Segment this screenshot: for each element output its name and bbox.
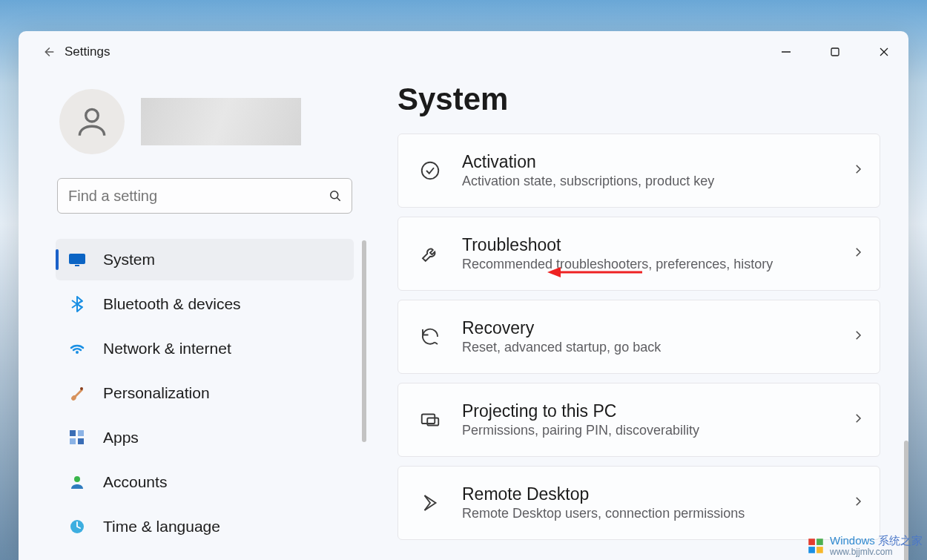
search-input[interactable] (58, 188, 319, 205)
card-subtitle: Activation state, subscriptions, product… (462, 174, 832, 189)
svg-rect-8 (75, 265, 79, 266)
svg-point-4 (86, 109, 99, 122)
card-text: Projecting to this PC Permissions, pairi… (462, 401, 832, 438)
project-icon (418, 407, 443, 432)
sidebar-item-system[interactable]: System (56, 239, 354, 280)
window-body: System Bluetooth & devices Network & int… (19, 73, 908, 560)
chevron-right-icon (851, 412, 865, 428)
sidebar-item-label: Apps (103, 429, 139, 447)
chevron-right-icon (851, 495, 865, 511)
sidebar-item-label: Bluetooth & devices (103, 295, 241, 313)
clock-icon (67, 517, 87, 536)
back-button[interactable] (32, 36, 65, 68)
svg-rect-7 (69, 254, 85, 264)
minimize-button[interactable] (762, 36, 811, 68)
sidebar-nav: System Bluetooth & devices Network & int… (19, 239, 356, 547)
remote-icon (418, 490, 443, 515)
arrow-left-icon (40, 44, 56, 60)
sidebar-item-personalization[interactable]: Personalization (56, 372, 354, 414)
svg-rect-13 (78, 438, 84, 444)
settings-window: Settings (19, 31, 908, 560)
svg-rect-23 (808, 547, 815, 553)
maximize-button[interactable] (811, 36, 860, 68)
svg-rect-24 (817, 547, 823, 553)
person-icon (67, 472, 87, 492)
left-pane: System Bluetooth & devices Network & int… (19, 73, 356, 560)
sidebar-item-label: Time & language (103, 518, 220, 536)
sidebar-item-label: System (103, 251, 155, 269)
card-text: Remote Desktop Remote Desktop users, con… (462, 484, 832, 521)
svg-point-16 (422, 162, 439, 179)
card-title: Projecting to this PC (462, 401, 832, 421)
watermark-brand: Windows (830, 534, 875, 547)
chevron-right-icon (851, 329, 865, 345)
card-title: Remote Desktop (462, 484, 832, 504)
sidebar-item-label: Accounts (103, 473, 167, 491)
svg-point-5 (331, 191, 338, 199)
card-text: Activation Activation state, subscriptio… (462, 152, 832, 189)
sidebar-item-accounts[interactable]: Accounts (56, 461, 354, 503)
svg-rect-21 (808, 538, 815, 545)
chevron-right-icon (851, 246, 865, 262)
svg-rect-17 (422, 415, 435, 424)
card-title: Recovery (462, 318, 832, 338)
card-subtitle: Remote Desktop users, connection permiss… (462, 506, 832, 521)
card-text: Recovery Reset, advanced startup, go bac… (462, 318, 832, 355)
card-title: Activation (462, 152, 832, 172)
window-title: Settings (65, 45, 110, 59)
sidebar-item-network[interactable]: Network & internet (56, 328, 354, 369)
minimize-icon (781, 47, 791, 57)
svg-point-9 (80, 387, 83, 390)
svg-rect-1 (831, 48, 839, 56)
card-activation[interactable]: Activation Activation state, subscriptio… (397, 134, 880, 208)
card-title: Troubleshoot (462, 235, 832, 255)
watermark-logo-icon (806, 536, 825, 556)
profile-name-placeholder (141, 98, 301, 145)
close-icon (879, 47, 889, 57)
wrench-icon (418, 241, 443, 266)
card-text: Troubleshoot Recommended troubleshooters… (462, 235, 832, 272)
profile-section[interactable] (19, 86, 356, 154)
sidebar-item-bluetooth[interactable]: Bluetooth & devices (56, 283, 354, 325)
watermark-brand-suffix: 系统之家 (878, 534, 923, 547)
svg-rect-11 (78, 430, 84, 436)
card-subtitle: Permissions, pairing PIN, discoverabilit… (462, 423, 832, 438)
card-projecting[interactable]: Projecting to this PC Permissions, pairi… (397, 383, 880, 457)
window-controls (762, 36, 908, 68)
chevron-right-icon (851, 162, 865, 179)
check-circle-icon (418, 158, 443, 183)
close-button[interactable] (860, 36, 908, 68)
card-subtitle: Recommended troubleshooters, preferences… (462, 257, 832, 272)
svg-rect-22 (817, 538, 823, 545)
svg-line-6 (337, 198, 340, 201)
wifi-icon (67, 339, 87, 358)
maximize-icon (830, 47, 840, 57)
watermark: Windows 系统之家 www.bjjmlv.com (806, 535, 923, 557)
svg-rect-10 (70, 430, 76, 436)
avatar (59, 89, 125, 154)
search-field[interactable] (57, 178, 352, 214)
card-remote-desktop[interactable]: Remote Desktop Remote Desktop users, con… (397, 466, 880, 540)
sidebar-item-label: Network & internet (103, 340, 231, 358)
settings-cards: Activation Activation state, subscriptio… (397, 134, 880, 540)
bluetooth-icon (67, 294, 87, 314)
sidebar-item-label: Personalization (103, 384, 210, 402)
person-icon (73, 103, 110, 140)
recovery-icon (418, 324, 443, 349)
svg-rect-12 (70, 438, 76, 444)
watermark-url: www.bjjmlv.com (830, 547, 923, 557)
search-icon (319, 188, 352, 203)
svg-rect-18 (427, 418, 438, 426)
sidebar-item-apps[interactable]: Apps (56, 417, 354, 458)
card-subtitle: Reset, advanced startup, go back (462, 340, 832, 355)
sidebar-item-time-language[interactable]: Time & language (56, 506, 354, 547)
content-pane: System Activation Activation state, subs… (356, 73, 908, 560)
svg-point-14 (74, 476, 80, 482)
card-recovery[interactable]: Recovery Reset, advanced startup, go bac… (397, 300, 880, 374)
monitor-icon (67, 250, 87, 269)
apps-icon (67, 428, 87, 447)
page-title: System (397, 82, 891, 117)
card-troubleshoot[interactable]: Troubleshoot Recommended troubleshooters… (397, 217, 880, 291)
brush-icon (67, 383, 87, 403)
titlebar: Settings (19, 31, 908, 73)
